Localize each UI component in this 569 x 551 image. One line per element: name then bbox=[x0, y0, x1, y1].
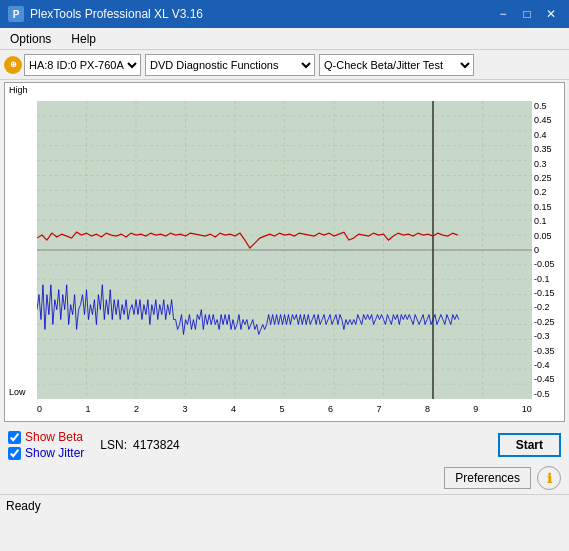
toolbar: ⊕ HA:8 ID:0 PX-760A DVD Diagnostic Funct… bbox=[0, 50, 569, 80]
preferences-button[interactable]: Preferences bbox=[444, 467, 531, 489]
action-area: Start bbox=[498, 433, 561, 457]
maximize-button[interactable]: □ bbox=[517, 5, 537, 23]
x-axis: 0 1 2 3 4 5 6 7 8 9 10 bbox=[37, 399, 532, 419]
function-dropdown[interactable]: DVD Diagnostic Functions bbox=[145, 54, 315, 76]
status-text: Ready bbox=[6, 499, 41, 513]
window-controls: − □ ✕ bbox=[493, 5, 561, 23]
app-icon: P bbox=[8, 6, 24, 22]
show-jitter-label: Show Jitter bbox=[25, 446, 84, 460]
menu-options[interactable]: Options bbox=[4, 30, 57, 48]
device-dropdown[interactable]: HA:8 ID:0 PX-760A bbox=[24, 54, 141, 76]
bottom-panel: Show Beta Show Jitter LSN: 4173824 Start bbox=[0, 424, 569, 466]
title-bar: P PlexTools Professional XL V3.16 − □ ✕ bbox=[0, 0, 569, 28]
start-button[interactable]: Start bbox=[498, 433, 561, 457]
chart-label-high: High bbox=[9, 85, 28, 95]
y-axis-right: 0.5 0.45 0.4 0.35 0.3 0.25 0.2 0.15 0.1 … bbox=[532, 101, 564, 399]
lsn-value: 4173824 bbox=[133, 438, 180, 452]
show-beta-row: Show Beta bbox=[8, 430, 84, 444]
menu-bar: Options Help bbox=[0, 28, 569, 50]
preferences-row: Preferences ℹ bbox=[0, 466, 569, 494]
lsn-area: LSN: 4173824 bbox=[100, 438, 179, 452]
chart-svg bbox=[37, 101, 532, 399]
status-bar: Ready bbox=[0, 494, 569, 516]
show-jitter-row: Show Jitter bbox=[8, 446, 84, 460]
lsn-label: LSN: bbox=[100, 438, 127, 452]
test-dropdown[interactable]: Q-Check Beta/Jitter Test bbox=[319, 54, 474, 76]
window-title: PlexTools Professional XL V3.16 bbox=[30, 7, 203, 21]
drive-icon: ⊕ bbox=[4, 56, 22, 74]
checkbox-group: Show Beta Show Jitter bbox=[8, 430, 84, 460]
device-selector: ⊕ HA:8 ID:0 PX-760A bbox=[4, 54, 141, 76]
close-button[interactable]: ✕ bbox=[541, 5, 561, 23]
chart-inner bbox=[37, 101, 532, 399]
menu-help[interactable]: Help bbox=[65, 30, 102, 48]
info-button[interactable]: ℹ bbox=[537, 466, 561, 490]
show-beta-label: Show Beta bbox=[25, 430, 83, 444]
chart-label-low: Low bbox=[9, 387, 26, 397]
minimize-button[interactable]: − bbox=[493, 5, 513, 23]
show-jitter-checkbox[interactable] bbox=[8, 447, 21, 460]
show-beta-checkbox[interactable] bbox=[8, 431, 21, 444]
chart-area: High Low 0.5 0.45 0.4 0.35 0.3 0.25 0.2 … bbox=[4, 82, 565, 422]
